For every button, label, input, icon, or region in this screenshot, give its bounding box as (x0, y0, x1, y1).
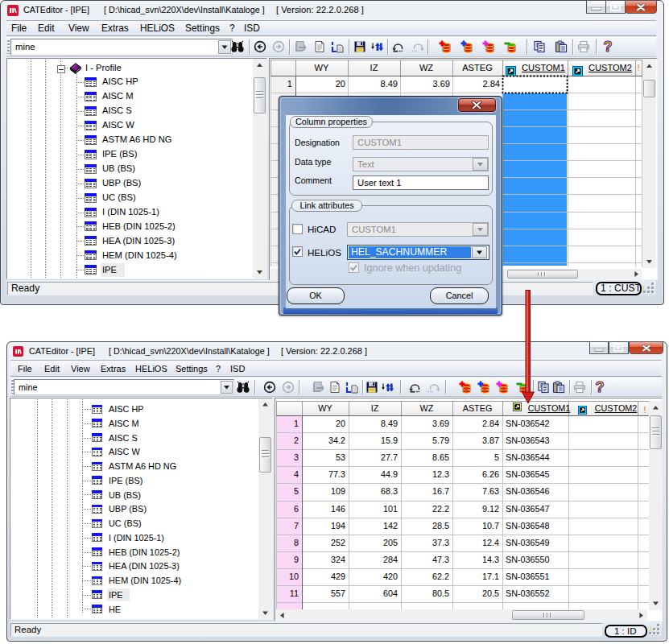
svg-text:?: ? (604, 40, 613, 53)
svg-text:?: ? (596, 381, 605, 394)
